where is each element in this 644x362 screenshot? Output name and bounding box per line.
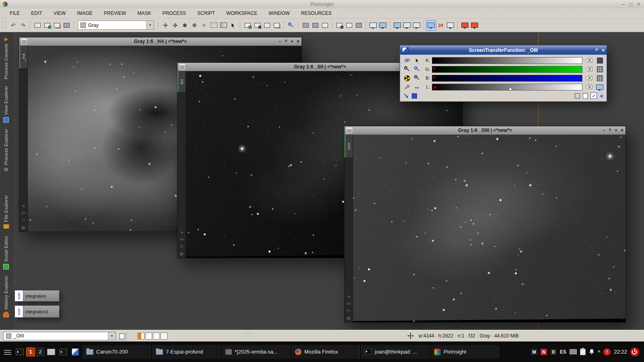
color-swatch-3[interactable]	[153, 333, 160, 339]
menu-view[interactable]: VIEW	[48, 10, 72, 16]
histogram-grid-g-button[interactable]	[595, 66, 604, 73]
dock-tab-file-explorer[interactable]: File Explorer	[3, 195, 9, 231]
duplicate-view-icon[interactable]: □	[22, 218, 25, 222]
image-canvas-oiii[interactable]	[353, 135, 625, 322]
menu-workspace[interactable]: WORKSPACE	[221, 10, 263, 16]
fetch-window-button-2[interactable]	[310, 21, 320, 30]
zoom-button[interactable]: +	[615, 128, 617, 133]
stf-dialog[interactable]: ScreenTransferFunction: _OIII ^ × K:	[400, 45, 607, 102]
image-window-titlebar[interactable]: Gray 1:6 _OIII | <*new*> − ^ + ×	[345, 126, 625, 135]
undo-button[interactable]: ↶	[8, 21, 18, 30]
dock-tab-history-explorer[interactable]: History Explorer	[3, 276, 9, 319]
view-tab-ha[interactable]: _HA	[19, 46, 27, 68]
screen-renderer-red-button-2[interactable]	[470, 21, 479, 30]
redo-button[interactable]: ↷	[18, 21, 28, 30]
view-properties-button[interactable]	[118, 332, 126, 340]
zoom-out-button[interactable]: −	[413, 74, 421, 82]
select-mode-button[interactable]	[228, 21, 238, 30]
zoom-button[interactable]: +	[291, 39, 293, 44]
workspace-1-button[interactable]: 1	[26, 348, 35, 356]
track-view-icon[interactable]: ◎	[347, 316, 351, 320]
process-browser-button[interactable]	[262, 21, 272, 30]
expand-mode-button[interactable]: ✜	[170, 21, 180, 30]
process-container-button[interactable]	[272, 21, 281, 30]
color-swatch-4[interactable]	[161, 333, 167, 339]
new-window-button[interactable]	[33, 21, 42, 30]
mask-toggle-button-2[interactable]	[344, 21, 354, 30]
indicator-d[interactable]: D	[550, 349, 557, 355]
menu-script[interactable]: SCRIPT	[192, 10, 221, 16]
zoom-in-button[interactable]: +	[402, 66, 411, 73]
dock-tab-process-explorer[interactable]: Process Explorer ⚙	[4, 129, 8, 174]
reset-channel-k-button[interactable]	[584, 57, 594, 64]
task-terminal-joan-thinkpad[interactable]: joan@thinkpad: ...	[360, 345, 429, 359]
screen-monitor-button-4[interactable]	[402, 21, 412, 30]
tray-expand-chevron[interactable]: ^	[598, 350, 600, 354]
menu-resources[interactable]: RESOURCES	[295, 10, 337, 16]
browse-documentation-button[interactable]	[575, 93, 580, 99]
stf-shade-button[interactable]: ^	[595, 47, 598, 53]
shade-button[interactable]: ^	[609, 128, 611, 133]
menu-preview[interactable]: PREVIEW	[98, 10, 132, 16]
dock-tab-view-explorer[interactable]: View Explorer	[3, 86, 9, 125]
mask-toggle-button-3[interactable]	[354, 21, 363, 30]
autostretch-button[interactable]	[402, 74, 411, 82]
new-image-button[interactable]	[42, 21, 52, 30]
view-tab-sii[interactable]: SII	[178, 71, 186, 92]
color-swatch-1[interactable]	[138, 333, 144, 339]
indicator-n[interactable]: N	[541, 349, 547, 355]
clipboard-icon[interactable]	[580, 349, 586, 355]
workspace-2-button[interactable]: 2	[36, 348, 45, 356]
fetch-window-button-1[interactable]	[301, 21, 310, 30]
save-image-button[interactable]	[62, 21, 71, 30]
screen-monitor-toggle[interactable]	[595, 83, 604, 90]
reset-button[interactable]: ×	[600, 93, 603, 99]
clock[interactable]: 22:22	[614, 349, 627, 355]
updates-alert-icon[interactable]: !	[603, 348, 611, 356]
screen-renderer-red-button-1[interactable]	[460, 21, 470, 30]
link-rgb-button[interactable]	[402, 57, 411, 64]
duplicate-view-icon[interactable]: □	[347, 309, 350, 313]
screen-monitor-button-1[interactable]	[368, 21, 378, 30]
menu-edit[interactable]: EDIT	[25, 10, 47, 16]
menu-file[interactable]: FILE	[4, 10, 25, 16]
screen-monitor-button-5[interactable]	[412, 21, 421, 30]
fit-window-icon[interactable]: ▭	[347, 302, 350, 306]
notifications-bell-icon[interactable]	[589, 349, 594, 355]
fit-window-icon[interactable]: ▭	[21, 211, 25, 215]
task-canon70-200[interactable]: Canon70-200	[82, 345, 151, 359]
reset-channel-l-button[interactable]	[584, 83, 594, 90]
task-mozilla-firefox[interactable]: Mozilla Firefox	[291, 345, 360, 359]
edit-parameters-icon[interactable]	[583, 93, 588, 99]
toolbar-drag-handle[interactable]	[2, 21, 6, 30]
task-7-espai-profund[interactable]: 7-Espai-profund	[151, 345, 221, 359]
indicator-m[interactable]: M	[531, 349, 537, 355]
stf-titlebar[interactable]: ScreenTransferFunction: _OIII ^ ×	[400, 45, 607, 55]
dock-tab-process-console[interactable]: Process Console	[4, 35, 8, 79]
menu-window[interactable]: WINDOW	[263, 10, 295, 16]
fit-view-button[interactable]: ✻	[190, 21, 199, 30]
new-process-button[interactable]	[243, 21, 252, 30]
task-gimp-2025-ermita[interactable]: *[2025-ermita-sa...	[221, 345, 290, 359]
track-view-checkbox[interactable]: ✓	[590, 93, 597, 99]
os-maximize-button[interactable]: □	[630, 2, 632, 7]
shade-button[interactable]: ^	[285, 39, 287, 44]
zoom-to-fit-icon[interactable]: ↘	[22, 204, 25, 208]
stf-apply-button[interactable]	[446, 21, 455, 30]
stf-24bit-lut-button[interactable]: 24	[436, 21, 446, 30]
edit-preview-mode-button[interactable]	[219, 21, 228, 30]
histogram-grid-b-button[interactable]	[595, 74, 604, 82]
reset-channel-g-button[interactable]	[584, 66, 594, 73]
applications-menu-button[interactable]	[2, 346, 13, 358]
histogram-grid-k-button[interactable]	[595, 57, 604, 64]
new-preview-mode-button[interactable]	[209, 21, 219, 30]
file-manager-launcher[interactable]	[46, 346, 56, 358]
keyboard-layout-indicator[interactable]: ES	[560, 349, 566, 355]
statusbar-separator-handle[interactable]	[246, 332, 250, 339]
minimized-window-integration1[interactable]: XISF integration1	[14, 305, 60, 318]
screen-monitor-button-2[interactable]	[378, 21, 388, 30]
center-view-button[interactable]: ✧	[199, 21, 209, 30]
view-selector[interactable]: _OIII ▼	[3, 332, 116, 340]
reset-channel-b-button[interactable]	[584, 74, 594, 82]
image-window-oiii[interactable]: Gray 1:6 _OIII | <*new*> − ^ + × OIII ↘ …	[344, 126, 626, 323]
